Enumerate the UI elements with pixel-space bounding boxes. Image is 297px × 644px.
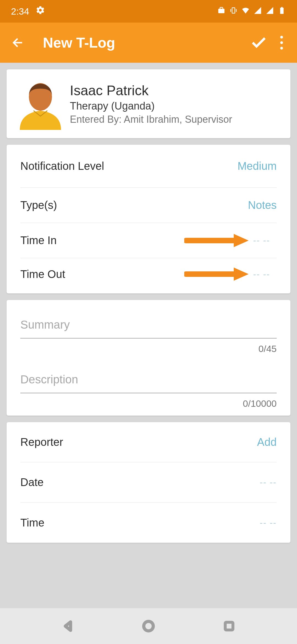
navigation-bar (0, 608, 297, 644)
nav-home-button[interactable] (140, 618, 157, 634)
time-in-value: -- -- (253, 235, 270, 245)
svg-rect-10 (225, 622, 233, 630)
gear-icon (36, 6, 45, 17)
svg-rect-1 (232, 8, 235, 13)
reporter-row[interactable]: Reporter Add (20, 422, 277, 462)
vibrate-icon (229, 6, 238, 17)
summary-input[interactable] (20, 313, 277, 339)
save-button[interactable] (249, 33, 268, 52)
back-button[interactable] (10, 34, 26, 51)
status-time: 2:34 (11, 6, 29, 17)
person-subtitle: Therapy (Uganda) (70, 100, 280, 112)
briefcase-icon (217, 6, 226, 17)
bottom-card: Reporter Add Date -- -- Time -- -- (7, 422, 290, 543)
arrow-icon (184, 233, 250, 248)
time-label: Time (20, 517, 44, 529)
signal-icon (254, 6, 262, 17)
wifi-icon (241, 6, 250, 17)
reporter-add[interactable]: Add (257, 436, 277, 448)
notification-label: Notification Level (20, 160, 104, 172)
signal-icon-2 (266, 6, 274, 17)
content-area: Isaac Patrick Therapy (Uganda) Entered B… (0, 63, 297, 556)
status-bar: 2:34 (0, 0, 297, 23)
description-input[interactable] (20, 367, 277, 393)
time-out-label: Time Out (20, 268, 65, 280)
notification-level-row[interactable]: Notification Level Medium (20, 145, 277, 188)
arrow-icon (184, 266, 250, 282)
reporter-label: Reporter (20, 436, 63, 448)
fields-card: Notification Level Medium Type(s) Notes … (7, 145, 290, 293)
page-title: New T-Log (43, 34, 249, 51)
entered-by: Entered By: Amit Ibrahim, Supervisor (70, 114, 280, 125)
types-label: Type(s) (20, 199, 57, 211)
summary-counter: 0/45 (20, 343, 277, 354)
time-out-row[interactable]: Time Out -- -- (20, 258, 277, 293)
svg-point-9 (144, 621, 153, 631)
notification-value: Medium (238, 160, 277, 172)
time-out-value: -- -- (253, 269, 270, 279)
types-value: Notes (248, 199, 277, 211)
app-bar: New T-Log (0, 23, 297, 63)
text-card: 0/45 0/10000 (7, 300, 290, 416)
avatar (14, 78, 67, 130)
time-in-label: Time In (20, 234, 57, 247)
more-menu-button[interactable] (276, 34, 287, 51)
svg-rect-0 (218, 9, 225, 13)
svg-rect-4 (280, 8, 284, 14)
battery-icon (278, 6, 286, 17)
time-value: -- -- (260, 518, 277, 528)
date-row[interactable]: Date -- -- (20, 462, 277, 503)
person-name: Isaac Patrick (70, 83, 280, 99)
time-row[interactable]: Time -- -- (20, 503, 277, 543)
nav-back-button[interactable] (60, 618, 76, 634)
nav-recent-button[interactable] (221, 618, 237, 634)
svg-rect-5 (281, 7, 283, 8)
time-in-row[interactable]: Time In -- -- (20, 223, 277, 258)
description-counter: 0/10000 (20, 398, 277, 409)
types-row[interactable]: Type(s) Notes (20, 188, 277, 223)
date-label: Date (20, 476, 44, 489)
person-card: Isaac Patrick Therapy (Uganda) Entered B… (7, 69, 290, 138)
date-value: -- -- (260, 477, 277, 487)
